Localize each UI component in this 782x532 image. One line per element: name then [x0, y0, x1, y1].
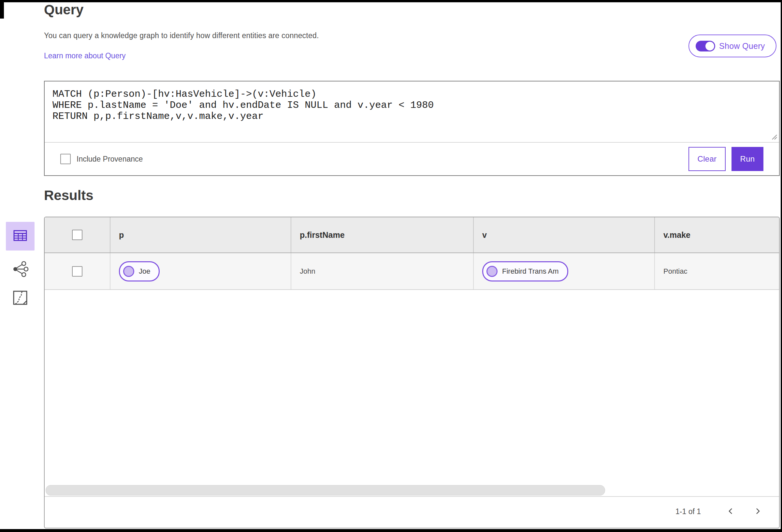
pagination-range-label: 1-1 of 1 — [675, 507, 701, 516]
window-frame-top — [0, 0, 782, 2]
row-checkbox[interactable] — [72, 266, 82, 277]
map-icon — [11, 289, 29, 308]
chevron-right-icon — [754, 507, 761, 516]
select-all-checkbox[interactable] — [72, 230, 82, 240]
show-query-label: Show Query — [719, 41, 765, 51]
include-provenance-checkbox[interactable] — [60, 154, 71, 164]
clear-button[interactable]: Clear — [688, 147, 725, 171]
results-table: p p.firstName v v.make Joe John Firebird… — [44, 217, 780, 528]
page-title: Query — [44, 2, 83, 17]
entity-pill-person[interactable]: Joe — [119, 261, 159, 281]
column-header-v-make: v.make — [664, 230, 690, 240]
link-chart-view-button[interactable] — [10, 259, 31, 280]
page-description: You can query a knowledge graph to ident… — [44, 31, 319, 40]
entity-pill-label: Joe — [139, 267, 150, 276]
map-view-button[interactable] — [10, 289, 30, 308]
query-footer: Include Provenance Clear Run — [45, 142, 779, 175]
table-icon — [12, 228, 28, 245]
toggle-switch-knob — [705, 42, 714, 50]
column-header-p: p — [119, 230, 124, 240]
window-frame-bottom — [0, 529, 782, 532]
horizontal-scrollbar-thumb[interactable] — [46, 485, 605, 496]
column-header-v: v — [482, 230, 487, 240]
cell-p-firstname: John — [300, 267, 315, 276]
run-button[interactable]: Run — [732, 147, 763, 171]
resize-handle-icon[interactable] — [772, 134, 777, 141]
cell-v-make: Pontiac — [664, 267, 687, 276]
query-editor-panel: MATCH (p:Person)-[hv:HasVehicle]->(v:Veh… — [44, 81, 780, 176]
window-frame-notch — [0, 0, 4, 19]
query-textarea[interactable]: MATCH (p:Person)-[hv:HasVehicle]->(v:Veh… — [45, 81, 779, 143]
results-title: Results — [44, 188, 94, 203]
column-header-p-firstname: p.firstName — [300, 230, 345, 240]
entity-pill-vehicle[interactable]: Firebird Trans Am — [482, 261, 568, 281]
toggle-switch-track[interactable] — [696, 41, 715, 51]
include-provenance-label[interactable]: Include Provenance — [77, 155, 143, 164]
table-view-button[interactable] — [6, 222, 35, 251]
previous-page-button[interactable] — [724, 505, 738, 519]
chevron-left-icon — [727, 507, 735, 516]
next-page-button[interactable] — [750, 505, 765, 519]
entity-dot-icon — [487, 266, 498, 277]
entity-pill-label: Firebird Trans Am — [502, 267, 559, 276]
show-query-toggle[interactable]: Show Query — [688, 35, 777, 57]
entity-dot-icon — [123, 266, 134, 277]
table-row: Joe John Firebird Trans Am Pontiac — [45, 253, 779, 290]
window-frame-right — [781, 0, 782, 532]
learn-more-link[interactable]: Learn more about Query — [44, 51, 126, 60]
pagination-bar: 1-1 of 1 — [45, 496, 779, 528]
link-chart-icon — [10, 259, 30, 280]
table-header-row: p p.firstName v v.make — [45, 217, 779, 253]
